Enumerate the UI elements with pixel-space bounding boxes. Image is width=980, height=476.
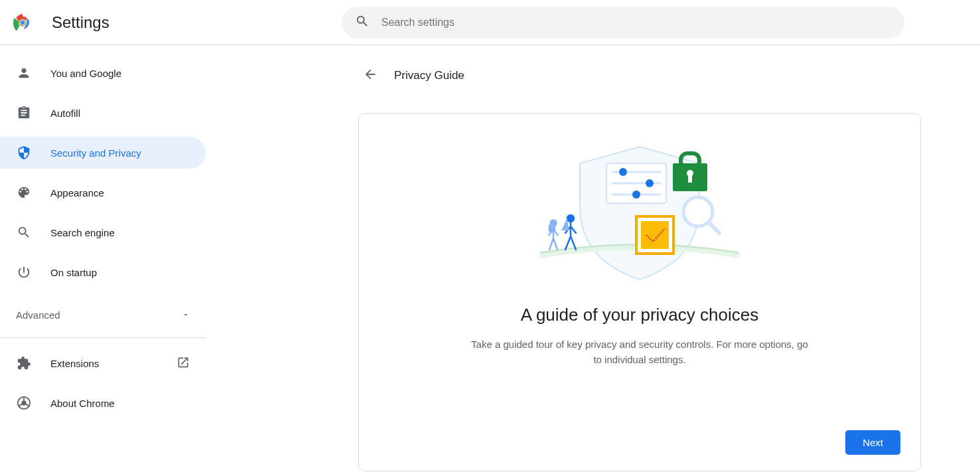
search-container: [342, 7, 904, 39]
arrow-back-icon: [363, 67, 378, 84]
sidebar-advanced-toggle[interactable]: Advanced: [0, 296, 206, 333]
extension-icon: [16, 355, 32, 371]
sidebar-item-label: Security and Privacy: [50, 147, 141, 159]
page-header: Privacy Guide: [358, 64, 927, 88]
sidebar-item-autofill[interactable]: Autofill: [0, 97, 206, 129]
shield-icon: [16, 145, 32, 161]
sidebar-item-extensions[interactable]: Extensions: [0, 347, 206, 379]
sidebar-item-label: Appearance: [50, 187, 104, 198]
sidebar-item-label: Search engine: [50, 227, 115, 238]
search-box[interactable]: [342, 7, 904, 39]
svg-line-18: [709, 222, 719, 233]
sidebar-item-label: About Chrome: [50, 398, 115, 409]
privacy-illustration: [533, 140, 746, 286]
sidebar-item-label: You and Google: [50, 68, 121, 79]
power-icon: [16, 264, 32, 280]
search-input[interactable]: [382, 17, 891, 29]
svg-point-14: [646, 179, 654, 187]
advanced-label: Advanced: [16, 309, 60, 321]
search-icon: [16, 224, 32, 240]
clipboard-icon: [16, 105, 32, 121]
search-icon: [355, 14, 382, 31]
chevron-down-icon: [182, 309, 190, 321]
next-button[interactable]: Next: [845, 430, 900, 455]
svg-rect-9: [688, 175, 692, 183]
svg-point-21: [567, 215, 574, 222]
card-description: Take a guided tour of key privacy and se…: [467, 337, 812, 367]
svg-point-12: [619, 168, 627, 176]
sidebar-divider: [0, 337, 206, 338]
sidebar-item-on-startup[interactable]: On startup: [0, 256, 206, 288]
sidebar-item-search-engine[interactable]: Search engine: [0, 216, 206, 248]
main-content: Privacy Guide: [206, 45, 980, 476]
page-title: Privacy Guide: [394, 69, 464, 82]
sidebar-item-appearance[interactable]: Appearance: [0, 177, 206, 208]
sidebar: You and Google Autofill Security and Pri…: [0, 45, 206, 476]
sidebar-item-label: Extensions: [50, 358, 99, 369]
svg-point-3: [21, 21, 25, 25]
sidebar-item-you-and-google[interactable]: You and Google: [0, 57, 206, 89]
open-external-icon: [176, 356, 190, 371]
chrome-logo-icon: [13, 13, 32, 32]
svg-point-16: [632, 191, 640, 198]
sidebar-item-label: On startup: [50, 267, 97, 278]
sidebar-item-security-and-privacy[interactable]: Security and Privacy: [0, 137, 206, 169]
back-button[interactable]: [358, 64, 382, 88]
app-header: Settings: [0, 0, 980, 45]
svg-point-5: [21, 400, 26, 405]
person-icon: [16, 65, 32, 81]
sidebar-item-label: Autofill: [50, 108, 80, 119]
chrome-icon: [16, 395, 32, 411]
card-heading: A guide of your privacy choices: [521, 305, 758, 325]
sidebar-item-about-chrome[interactable]: About Chrome: [0, 387, 206, 419]
svg-rect-20: [641, 221, 669, 249]
privacy-guide-card: A guide of your privacy choices Take a g…: [358, 113, 921, 471]
palette-icon: [16, 185, 32, 200]
svg-rect-23: [549, 225, 555, 232]
app-title: Settings: [52, 13, 109, 32]
